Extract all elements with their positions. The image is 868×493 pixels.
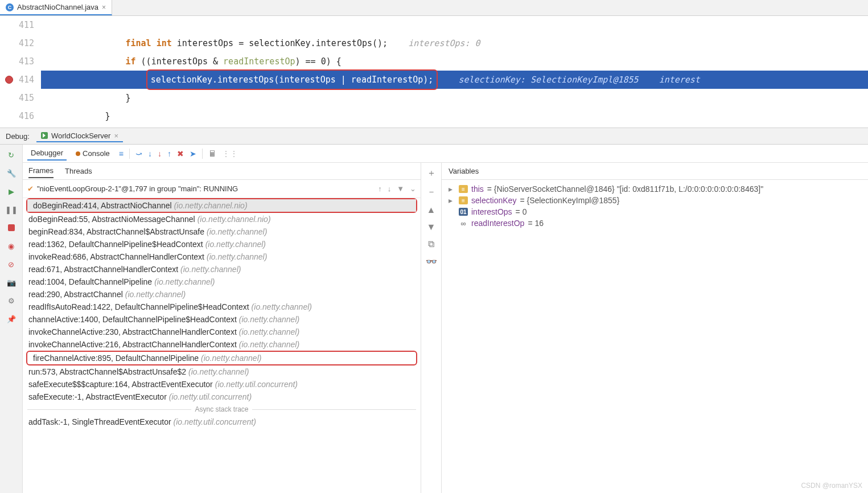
resume-button[interactable]: ▶ bbox=[6, 186, 17, 197]
frame-row[interactable]: read:671, AbstractChannelHandlerContext … bbox=[23, 263, 421, 276]
run-to-cursor-button[interactable]: ➤ bbox=[190, 149, 196, 158]
frame-row[interactable]: channelActive:1400, DefaultChannelPipeli… bbox=[23, 313, 421, 326]
expand-arrow-icon[interactable]: ▸ bbox=[449, 184, 455, 194]
variable-value: = {SelectionKeyImpl@1855} bbox=[520, 196, 619, 205]
variable-name: this bbox=[471, 184, 484, 194]
frame-package: (io.netty.util.concurrent) bbox=[174, 417, 256, 426]
view-breakpoints-button[interactable]: ◉ bbox=[6, 240, 17, 252]
frames-list[interactable]: doBeginRead:414, AbstractNioChannel (io.… bbox=[23, 198, 421, 493]
frame-method: run:573, AbstractChannel$AbstractUnsafe$… bbox=[28, 367, 186, 376]
frame-method: read:671, AbstractChannelHandlerContext bbox=[28, 265, 178, 274]
frame-row[interactable]: invokeChannelActive:216, AbstractChannel… bbox=[23, 338, 421, 351]
line-number: 416 bbox=[19, 107, 34, 125]
thread-selector[interactable]: ✔"nioEventLoopGroup-2-1"@1,797 in group … bbox=[23, 180, 421, 198]
frame-package: (io.netty.channel) bbox=[207, 227, 267, 236]
variable-row[interactable]: ▸≡selectionKey = {SelectionKeyImpl@1855} bbox=[446, 195, 863, 206]
variable-value: = 16 bbox=[528, 219, 544, 228]
next-frame-button[interactable]: ↓ bbox=[388, 184, 392, 193]
frame-row[interactable]: safeExecute:-1, AbstractEventExecutor (i… bbox=[23, 391, 421, 403]
drop-frame-button[interactable]: ✖ bbox=[177, 149, 184, 158]
variable-row[interactable]: 01interestOps = 0 bbox=[446, 206, 863, 217]
step-out-button[interactable]: ↑ bbox=[167, 149, 171, 158]
threads-icon[interactable]: ≡ bbox=[119, 149, 124, 158]
step-over-button[interactable]: ⤻ bbox=[135, 149, 142, 158]
tab-threads[interactable]: Threads bbox=[65, 165, 92, 178]
line-number: 415 bbox=[19, 89, 34, 107]
frame-row[interactable]: invokeChannelActive:230, AbstractChannel… bbox=[23, 326, 421, 338]
frame-method: read:290, AbstractChannel bbox=[28, 290, 123, 299]
camera-icon[interactable]: 📷 bbox=[6, 277, 17, 288]
expand-arrow-icon[interactable]: ▸ bbox=[449, 196, 455, 205]
variables-title: Variables bbox=[449, 167, 479, 175]
variable-row[interactable]: ∞readInterestOp = 16 bbox=[446, 217, 863, 229]
frame-method: addTask:-1, SingleThreadEventExecutor bbox=[28, 417, 171, 426]
frame-package: (io.netty.util.concurrent) bbox=[169, 392, 252, 401]
frame-package: (io.netty.channel) bbox=[205, 240, 266, 249]
identifier: readInterestOp bbox=[223, 52, 295, 71]
close-icon[interactable]: × bbox=[102, 3, 106, 11]
frame-row[interactable]: doBeginRead:55, AbstractNioMessageChanne… bbox=[23, 213, 421, 225]
frame-row[interactable]: beginRead:834, AbstractChannel$AbstractU… bbox=[23, 225, 421, 238]
code-editor: 411 412 413 414 415 416 final int intere… bbox=[0, 16, 868, 128]
separator bbox=[129, 149, 130, 159]
tab-debugger[interactable]: Debugger bbox=[27, 146, 67, 161]
frame-row[interactable]: readIfIsAutoRead:1422, DefaultChannelPip… bbox=[23, 301, 421, 313]
tab-frames[interactable]: Frames bbox=[28, 164, 54, 178]
up-button[interactable]: ▲ bbox=[427, 205, 436, 215]
variables-list[interactable]: ▸≡this = {NioServerSocketChannel@1846} "… bbox=[442, 180, 868, 493]
frame-row[interactable]: addTask:-1, SingleThreadEventExecutor (i… bbox=[23, 416, 421, 428]
chevron-down-icon[interactable]: ⌄ bbox=[410, 184, 416, 193]
check-icon: ✔ bbox=[27, 184, 34, 193]
trace-button[interactable]: ⋮⋮ bbox=[222, 149, 238, 158]
highlighted-statement: selectionKey.interestOps(interestOps | r… bbox=[146, 69, 438, 90]
frame-row[interactable]: read:1362, DefaultChannelPipeline$HeadCo… bbox=[23, 238, 421, 250]
frame-row[interactable]: invokeRead:686, AbstractChannelHandlerCo… bbox=[23, 250, 421, 263]
step-into-button[interactable]: ↓ bbox=[148, 149, 152, 158]
file-tab-active[interactable]: C AbstractNioChannel.java × bbox=[0, 0, 112, 15]
frame-method: channelActive:1400, DefaultChannelPipeli… bbox=[28, 315, 237, 324]
frame-row[interactable]: run:573, AbstractChannel$AbstractUnsafe$… bbox=[23, 365, 421, 378]
add-watch-button[interactable]: ＋ bbox=[427, 167, 436, 179]
frame-row[interactable]: read:1004, DefaultChannelPipeline (io.ne… bbox=[23, 276, 421, 288]
int-icon: 01 bbox=[459, 208, 468, 216]
filter-button[interactable]: ▼ bbox=[397, 184, 404, 193]
pin-button[interactable]: 📌 bbox=[6, 313, 17, 324]
force-step-into-button[interactable]: ↓ bbox=[158, 149, 162, 158]
pause-button[interactable]: ❚❚ bbox=[6, 204, 17, 215]
code-text: ((interestOps & bbox=[136, 52, 224, 71]
evaluate-button[interactable]: 🖩 bbox=[208, 149, 216, 158]
breakpoint-icon[interactable] bbox=[5, 76, 13, 84]
modify-run-config-button[interactable]: 🔧 bbox=[6, 167, 17, 179]
run-config-tab[interactable]: WorldClockServer × bbox=[36, 130, 123, 142]
close-icon[interactable]: × bbox=[114, 132, 118, 140]
variable-row[interactable]: ▸≡this = {NioServerSocketChannel@1846} "… bbox=[446, 183, 863, 195]
mute-breakpoints-button[interactable]: ⊘ bbox=[6, 258, 17, 270]
object-icon: ≡ bbox=[459, 196, 468, 204]
frame-method: invokeChannelActive:216, AbstractChannel… bbox=[28, 340, 237, 349]
frame-row[interactable]: fireChannelActive:895, DefaultChannelPip… bbox=[27, 352, 416, 364]
frame-row[interactable]: safeExecute$$$capture:164, AbstractEvent… bbox=[23, 378, 421, 391]
frame-row[interactable]: doBeginRead:414, AbstractNioChannel (io.… bbox=[27, 199, 416, 212]
frame-package: (io.netty.channel) bbox=[125, 290, 186, 299]
settings-button[interactable]: ⚙ bbox=[6, 295, 17, 306]
debug-toolwindow-header: Debug: WorldClockServer × bbox=[0, 128, 868, 145]
copy-button[interactable]: ⧉ bbox=[428, 239, 434, 249]
stop-button[interactable] bbox=[6, 222, 17, 233]
debug-toolwindow: ↻ 🔧 ▶ ❚❚ ◉ ⊘ 📷 ⚙ 📌 Debugger Console ≡ ⤻ … bbox=[0, 145, 868, 493]
glasses-icon[interactable]: 👓 bbox=[426, 256, 437, 267]
line-number: 411 bbox=[19, 16, 34, 34]
rerun-button[interactable]: ↻ bbox=[6, 149, 17, 161]
frame-row[interactable]: read:290, AbstractChannel (io.netty.chan… bbox=[23, 288, 421, 301]
async-divider: Async stack trace bbox=[23, 403, 421, 416]
tab-console[interactable]: Console bbox=[72, 147, 113, 160]
separator bbox=[202, 149, 203, 159]
code-area[interactable]: final int interestOps = selectionKey.int… bbox=[41, 16, 868, 128]
frames-panel: Frames Threads ✔"nioEventLoopGroup-2-1"@… bbox=[23, 163, 421, 493]
prev-frame-button[interactable]: ↑ bbox=[378, 184, 382, 193]
object-icon: ≡ bbox=[459, 185, 468, 193]
frame-highlight-box: fireChannelActive:895, DefaultChannelPip… bbox=[26, 351, 417, 365]
debug-left-toolbar: ↻ 🔧 ▶ ❚❚ ◉ ⊘ 📷 ⚙ 📌 bbox=[0, 145, 23, 493]
remove-watch-button[interactable]: － bbox=[427, 186, 436, 198]
down-button[interactable]: ▼ bbox=[427, 222, 436, 232]
frame-package: (io.netty.channel) bbox=[207, 252, 267, 261]
